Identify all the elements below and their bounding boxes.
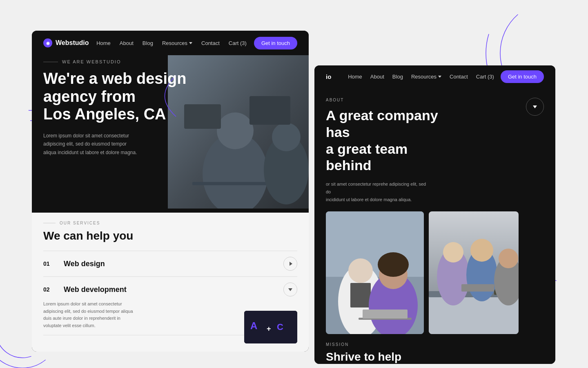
- svg-point-23: [348, 258, 373, 283]
- team-image-2: [429, 211, 519, 334]
- scroll-down-button[interactable]: [526, 98, 544, 116]
- service-item-webdesign: 01 Web design: [43, 251, 297, 276]
- back-card-about: io Home About Blog Resources Contact Car…: [314, 65, 555, 364]
- mission-title: Shrive to help: [326, 350, 544, 364]
- svg-point-37: [443, 242, 463, 263]
- svg-rect-14: [249, 96, 290, 125]
- service-num-02: 02: [43, 286, 56, 293]
- svg-point-41: [499, 249, 518, 268]
- svg-text:+: +: [267, 325, 271, 333]
- hero-image-svg: [168, 55, 309, 209]
- team-images-section: [314, 211, 555, 334]
- back-chevron-down-icon: [438, 76, 441, 78]
- back-nav-about[interactable]: About: [370, 74, 384, 80]
- nav-home[interactable]: Home: [96, 40, 111, 46]
- code-thumbnail-svg: A + C: [244, 311, 297, 343]
- service-name-webdev: Web development: [64, 285, 275, 294]
- logo-icon: ◉: [43, 38, 52, 47]
- mission-eyebrow: MISSION: [326, 342, 544, 347]
- front-cta-button[interactable]: Get in touch: [254, 37, 297, 49]
- svg-rect-29: [363, 310, 408, 319]
- svg-point-9: [217, 112, 254, 149]
- hero-image: [168, 55, 309, 209]
- team-photo-2-svg: [429, 211, 519, 334]
- nav-resources[interactable]: Resources: [162, 40, 192, 46]
- back-nav-contact[interactable]: Contact: [450, 74, 468, 80]
- about-description: or sit amet consectetur reprehe adipisci…: [326, 180, 428, 203]
- back-navbar: io Home About Blog Resources Contact Car…: [314, 65, 555, 88]
- svg-point-12: [272, 123, 301, 151]
- front-logo: ◉ Webstudio: [43, 38, 89, 47]
- about-title-line2: a great team behind: [326, 141, 408, 173]
- nav-blog[interactable]: Blog: [143, 40, 153, 46]
- back-logo-text: io: [326, 73, 331, 80]
- service-num-01: 01: [43, 260, 56, 267]
- nav-about[interactable]: About: [120, 40, 134, 46]
- service-arrow-webdev[interactable]: [283, 283, 297, 296]
- about-title: A great company has a great team behind: [326, 107, 457, 174]
- svg-rect-13: [184, 104, 221, 129]
- about-hero: ABOUT A great company has a great team b…: [314, 88, 555, 203]
- front-nav-links: Home About Blog Resources Contact Cart (…: [96, 40, 247, 46]
- arrow-right-icon: [290, 262, 292, 266]
- team-image-1: [326, 211, 424, 334]
- code-thumbnail: A + C: [244, 311, 297, 343]
- svg-text:C: C: [277, 322, 283, 332]
- about-eyebrow: ABOUT: [326, 98, 544, 102]
- service-name-webdesign: Web design: [64, 260, 275, 268]
- service-arrow-webdesign[interactable]: [283, 257, 297, 271]
- front-navbar: ◉ Webstudio Home About Blog Resources Co…: [32, 31, 309, 55]
- back-nav-cart[interactable]: Cart (3): [476, 74, 494, 80]
- back-nav-home[interactable]: Home: [348, 74, 362, 80]
- chevron-down-icon: [189, 42, 192, 44]
- scroll-arrow-icon: [533, 105, 537, 108]
- svg-point-27: [378, 252, 409, 277]
- services-eyebrow: OUR SERVICES: [43, 221, 297, 225]
- service-webdev-desc: Lorem ipsum dolor sit amet consectetur a…: [43, 301, 133, 329]
- team-photo-1-svg: [326, 211, 424, 334]
- back-nav-blog[interactable]: Blog: [392, 74, 403, 80]
- svg-text:A: A: [250, 320, 257, 331]
- services-title: We can help you: [43, 229, 297, 242]
- front-card-home: ◉ Webstudio Home About Blog Resources Co…: [32, 31, 309, 352]
- back-nav-resources[interactable]: Resources: [411, 74, 441, 80]
- arrow-down-icon: [288, 288, 292, 291]
- svg-point-39: [470, 239, 493, 262]
- service-webdev-header: 02 Web development: [43, 283, 297, 296]
- hero-eyebrow: WE ARE WEBSTUDIO: [43, 59, 186, 64]
- mission-section: MISSION Shrive to help Lorem ipsum dolor…: [314, 334, 555, 364]
- back-nav-links: Home About Blog Resources Contact Cart (…: [348, 74, 494, 80]
- svg-rect-20: [326, 211, 424, 277]
- about-title-line1: A great company has: [326, 108, 438, 140]
- nav-cart[interactable]: Cart (3): [229, 40, 247, 46]
- hero-description: Lorem ipsum dolor sit amet consectetur a…: [43, 132, 137, 157]
- back-cta-button[interactable]: Get in touch: [501, 70, 544, 83]
- back-logo: io: [326, 73, 331, 81]
- nav-contact[interactable]: Contact: [201, 40, 220, 46]
- hero-content: WE ARE WEBSTUDIO We're a web design agen…: [43, 59, 186, 169]
- svg-rect-42: [461, 284, 494, 292]
- services-section: OUR SERVICES We can help you 01 Web desi…: [32, 213, 309, 352]
- hero-title: We're a web design agency from Los Angel…: [43, 70, 186, 123]
- svg-rect-24: [350, 283, 371, 307]
- logo-text: Webstudio: [56, 39, 89, 47]
